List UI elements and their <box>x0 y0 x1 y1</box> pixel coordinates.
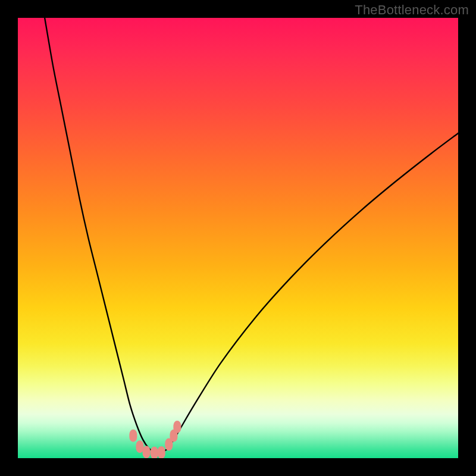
curve-marker <box>136 440 143 453</box>
plot-area <box>18 18 458 458</box>
curve-markers <box>18 18 458 458</box>
curve-marker <box>151 447 158 458</box>
curve-marker <box>158 446 165 458</box>
curve-marker <box>173 421 181 433</box>
curve-marker <box>129 430 137 442</box>
watermark-text: TheBottleneck.com <box>355 2 469 18</box>
curve-marker <box>143 446 151 458</box>
marker-group <box>129 421 181 458</box>
chart-frame: TheBottleneck.com <box>0 0 476 476</box>
